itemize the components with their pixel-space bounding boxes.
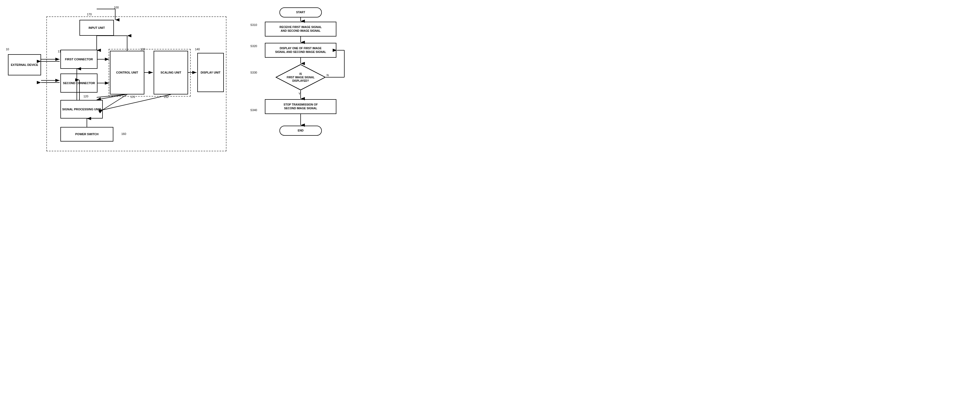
- fc-s330-diamond: IS FIRST IMAGE SIGNAL DISPLAYED?: [275, 64, 326, 90]
- fc-s320-box: DISPLAY ONE OF FIRST IMAGE SIGNAL AND SE…: [265, 43, 336, 58]
- fc-label-s310: S310: [250, 23, 257, 27]
- fc-label-s330: S330: [250, 71, 257, 74]
- label-10: 10: [6, 48, 9, 51]
- external-device-box: EXTERNAL DEVICE: [8, 54, 41, 75]
- first-connector-box: FIRST CONNECTOR: [60, 50, 97, 69]
- fc-n-label: N: [326, 74, 329, 77]
- display-unit-box: DISPLAY UNIT: [197, 53, 224, 92]
- fc-label-s340: S340: [250, 108, 257, 112]
- fc-label-s320: S320: [250, 44, 257, 48]
- fc-start-box: START: [280, 7, 322, 17]
- control-unit-box: CONTROL UNIT: [110, 51, 144, 94]
- label-170: 170: [87, 13, 92, 16]
- label-100: 100: [114, 6, 119, 9]
- signal-processing-unit-box: SIGNAL PROCESSING UNIT: [60, 100, 103, 119]
- diagram-container: 100 170 10 110 120 130 131 132 140 150 1…: [0, 0, 392, 159]
- scaling-unit-box: SCALING UNIT: [154, 51, 188, 94]
- fc-s310-box: RECEIVE FIRST IMAGE SIGNAL AND SECOND IM…: [265, 22, 336, 36]
- fc-s340-box: STOP TRANSMISSION OF SECOND IMAGE SIGNAL: [265, 99, 336, 114]
- block-diagram: 100 170 10 110 120 130 131 132 140 150 1…: [5, 5, 233, 154]
- input-unit-box: INPUT UNIT: [80, 20, 114, 36]
- flowchart: S310 S320 S330 S340 START RECEIVE FIRST …: [249, 5, 360, 148]
- fc-end-box: END: [280, 126, 322, 136]
- fc-y-label: Y: [299, 92, 301, 95]
- second-connector-box: SECOND CONNECTOR: [60, 74, 97, 93]
- power-switch-box: POWER SWITCH: [60, 127, 113, 141]
